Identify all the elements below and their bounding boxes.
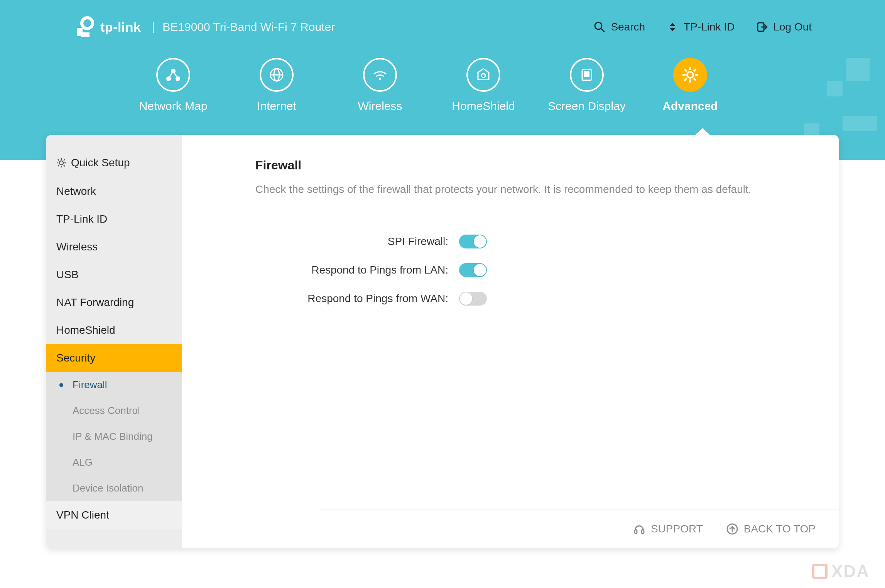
display-icon (570, 58, 604, 92)
nav-label: Internet (257, 100, 296, 113)
sidebar-sub-label: ALG (73, 456, 93, 468)
logout-action[interactable]: Log Out (756, 21, 812, 33)
toggle-knob (474, 264, 486, 276)
support-label: SUPPORT (651, 523, 703, 535)
nav-wireless[interactable]: Wireless (328, 58, 432, 113)
top-nav: Network Map Internet Wireless HomeShield… (122, 58, 742, 113)
ping-wan-toggle[interactable] (459, 292, 487, 306)
settings-list: SPI Firewall: Respond to Pings from LAN:… (255, 235, 758, 306)
svg-point-0 (82, 18, 93, 29)
back-to-top-label: BACK TO TOP (744, 523, 816, 535)
page-title: Firewall (255, 158, 758, 172)
wifi-icon (363, 58, 397, 92)
logout-icon (756, 21, 768, 33)
support-link[interactable]: SUPPORT (633, 523, 703, 535)
active-dot-icon (59, 383, 63, 387)
sidebar-item-homeshield[interactable]: HomeShield (46, 316, 182, 344)
search-action[interactable]: Search (594, 21, 645, 33)
nav-label: HomeShield (452, 100, 515, 113)
setting-label: Respond to Pings from WAN: (255, 292, 448, 305)
tplink-logo-icon (73, 16, 95, 38)
headset-icon (633, 523, 645, 535)
sidebar-item-nat-forwarding[interactable]: NAT Forwarding (46, 289, 182, 316)
sidebar-item-wireless[interactable]: Wireless (46, 233, 182, 261)
arrow-up-circle-icon (726, 523, 738, 535)
nav-advanced[interactable]: Advanced (638, 58, 742, 113)
svg-line-31 (64, 165, 65, 166)
sidebar-item-vpn-client[interactable]: VPN Client (46, 501, 182, 529)
setting-label: SPI Firewall: (255, 235, 448, 248)
nav-label: Advanced (662, 100, 718, 113)
search-icon (594, 21, 605, 33)
back-to-top-link[interactable]: BACK TO TOP (726, 523, 816, 535)
svg-point-16 (687, 72, 693, 78)
nav-screen-display[interactable]: Screen Display (535, 58, 638, 113)
page-root: tp-link | BE19000 Tri-Band Wi-Fi 7 Route… (0, 0, 885, 588)
sidebar-item-label: Quick Setup (71, 157, 130, 169)
setting-label: Respond to Pings from LAN: (255, 264, 448, 276)
sidebar-item-network[interactable]: Network (46, 177, 182, 205)
watermark-box-icon (812, 564, 828, 579)
sidebar-sub-label: Firewall (73, 379, 107, 391)
tplink-id-action[interactable]: TP-Link ID (667, 21, 735, 33)
svg-line-30 (58, 159, 59, 161)
sidebar-sub-alg[interactable]: ALG (46, 449, 182, 475)
brand-name: tp-link (100, 20, 141, 35)
brand-separator: | (152, 20, 155, 34)
svg-line-22 (694, 78, 696, 81)
nav-label: Network Map (139, 100, 208, 113)
spi-firewall-toggle[interactable] (459, 235, 487, 248)
ping-lan-toggle[interactable] (459, 263, 487, 277)
watermark-text: XDA (831, 562, 870, 581)
logout-label: Log Out (773, 21, 812, 33)
sidebar-sub-label: Device Isolation (73, 482, 144, 494)
brand: tp-link | BE19000 Tri-Band Wi-Fi 7 Route… (73, 16, 335, 38)
setting-ping-wan: Respond to Pings from WAN: (255, 292, 758, 306)
sidebar-item-label: VPN Client (56, 509, 109, 521)
svg-point-25 (59, 161, 63, 165)
sidebar-item-security[interactable]: Security (46, 344, 182, 372)
sidebar-sub-device-isolation[interactable]: Device Isolation (46, 475, 182, 501)
toggle-knob (460, 292, 472, 305)
sidebar-sub-firewall[interactable]: Firewall (46, 372, 182, 398)
header-actions: Search TP-Link ID Log Out (594, 21, 812, 33)
main-card: Quick Setup Network TP-Link ID Wireless … (46, 135, 839, 548)
sidebar-item-label: HomeShield (56, 324, 115, 336)
svg-rect-15 (584, 71, 589, 77)
deco-square (846, 58, 870, 81)
cloud-user-icon (667, 21, 678, 33)
nav-label: Wireless (358, 100, 402, 113)
sidebar-sub-label: IP & MAC Binding (73, 431, 153, 443)
card-footer: SUPPORT BACK TO TOP (318, 509, 839, 548)
globe-icon (260, 58, 294, 92)
nav-label: Screen Display (548, 100, 626, 113)
network-map-icon (156, 58, 190, 92)
svg-rect-2 (81, 32, 90, 37)
nav-internet[interactable]: Internet (225, 58, 328, 113)
sidebar-item-label: Network (56, 185, 96, 198)
svg-point-12 (379, 78, 381, 80)
setting-spi-firewall: SPI Firewall: (255, 235, 758, 248)
nav-homeshield[interactable]: HomeShield (432, 58, 535, 113)
svg-line-24 (684, 78, 687, 81)
sidebar-item-quick-setup[interactable]: Quick Setup (46, 149, 182, 177)
content-pane: Firewall Check the settings of the firew… (182, 135, 839, 548)
sidebar-sub-label: Access Control (73, 405, 140, 417)
deco-square (843, 116, 877, 131)
deco-square (827, 81, 843, 96)
sidebar-item-label: NAT Forwarding (56, 296, 134, 309)
sidebar: Quick Setup Network TP-Link ID Wireless … (46, 135, 182, 548)
shield-home-icon (466, 58, 500, 92)
header-row: tp-link | BE19000 Tri-Band Wi-Fi 7 Route… (73, 12, 812, 42)
sidebar-item-tplink-id[interactable]: TP-Link ID (46, 205, 182, 233)
svg-rect-34 (635, 530, 637, 534)
sidebar-sub-access-control[interactable]: Access Control (46, 398, 182, 424)
sidebar-item-label: TP-Link ID (56, 213, 107, 225)
gear-icon (673, 58, 707, 92)
sidebar-sub-ip-mac-binding[interactable]: IP & MAC Binding (46, 424, 182, 449)
sidebar-item-usb[interactable]: USB (46, 261, 182, 289)
svg-point-13 (481, 74, 485, 78)
gear-small-icon (56, 158, 66, 168)
nav-network-map[interactable]: Network Map (122, 58, 225, 113)
sidebar-item-label: Wireless (56, 241, 98, 253)
